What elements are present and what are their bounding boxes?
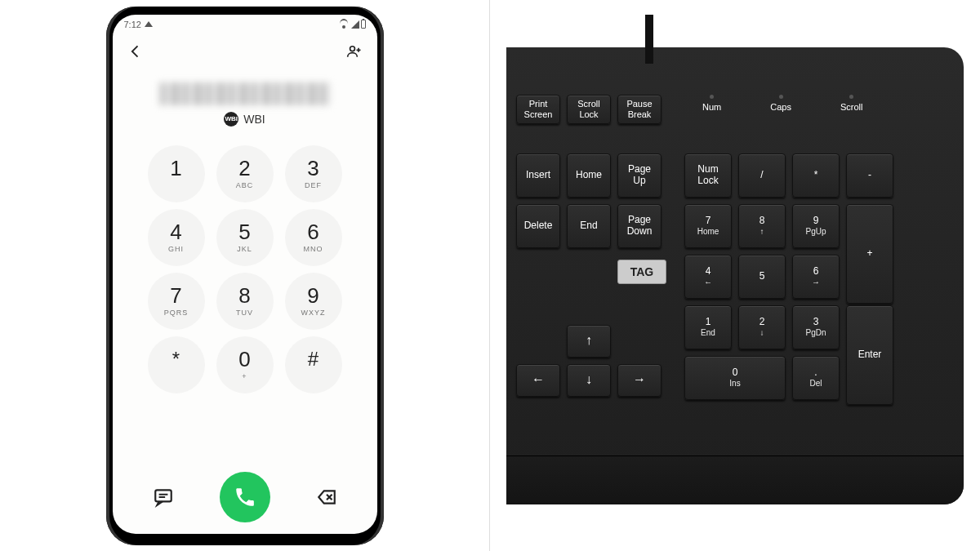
keypad-letters: ABC — [236, 181, 254, 189]
key-numpad-multiply[interactable]: * — [792, 153, 840, 198]
phone-frame: 7:12 WBI — [106, 7, 384, 545]
dialed-number-area: WBI WBI — [113, 72, 377, 137]
key-pageup[interactable]: PageUp — [617, 153, 662, 198]
status-time: 7:12 — [124, 20, 141, 29]
navigation-key-cluster: InsertHomePageUpDeleteEndPageDown — [516, 153, 662, 248]
keypad-letters: WXYZ — [301, 309, 326, 317]
keypad-button-3[interactable]: 3DEF — [285, 145, 342, 202]
keyboard-panel: PrintScreenScrollLockPauseBreak NumCapsS… — [490, 0, 980, 551]
keypad-digit: 2 — [238, 158, 250, 179]
keypad-digit: 9 — [307, 285, 318, 306]
key-numpad-1[interactable]: 1End — [684, 305, 732, 349]
keypad-letters: DEF — [305, 181, 322, 189]
back-icon[interactable] — [127, 43, 144, 63]
keypad-button-6[interactable]: 6MNO — [285, 209, 342, 266]
backspace-icon[interactable] — [316, 487, 337, 508]
key-numpad-decimal[interactable]: .Del — [792, 356, 840, 400]
key-numpad-6[interactable]: 6→ — [792, 255, 840, 299]
key-numlock[interactable]: NumLock — [684, 153, 732, 198]
keypad-digit: 1 — [170, 158, 181, 179]
keypad-button-8[interactable]: 8TUV — [216, 273, 274, 330]
top-action-bar — [113, 34, 377, 72]
key-numpad-divide[interactable]: / — [738, 153, 786, 198]
led-scroll: Scroll — [840, 95, 863, 112]
function-key-row: PrintScreenScrollLockPauseBreak — [516, 95, 662, 124]
keypad-button-7[interactable]: 7PQRS — [148, 273, 205, 330]
arrow-left-key[interactable]: ← — [516, 364, 560, 397]
keypad-digit: 6 — [307, 221, 318, 242]
keypad-button-#[interactable]: # — [285, 336, 342, 393]
key-insert[interactable]: Insert — [516, 153, 560, 198]
keypad-button-5[interactable]: 5JKL — [216, 209, 274, 266]
key-numpad-enter[interactable]: Enter — [846, 305, 893, 405]
led-dot-icon — [710, 95, 714, 99]
arrow-key-cluster: ↑ ← ↓ → — [516, 325, 662, 397]
keypad: 12ABC3DEF4GHI5JKL6MNO7PQRS8TUV9WXYZ*0+# — [113, 137, 377, 460]
keypad-digit: 3 — [307, 158, 318, 179]
keypad-letters: MNO — [304, 245, 323, 253]
svg-point-0 — [350, 46, 354, 51]
keypad-digit: 5 — [238, 221, 250, 242]
phone-panel: 7:12 WBI — [0, 0, 490, 551]
call-button[interactable] — [220, 472, 270, 522]
contact-badge-icon: WBI — [224, 112, 238, 127]
key-home[interactable]: Home — [567, 153, 611, 198]
led-dot-icon — [779, 95, 783, 99]
arrow-up-key[interactable]: ↑ — [567, 325, 611, 358]
add-contact-icon[interactable] — [346, 43, 363, 63]
contact-label: WBI — [243, 113, 265, 126]
keypad-button-4[interactable]: 4GHI — [148, 209, 205, 266]
keypad-digit: 4 — [170, 221, 181, 242]
keypad-button-2[interactable]: 2ABC — [216, 145, 274, 202]
key-print[interactable]: PrintScreen — [516, 95, 560, 124]
key-end[interactable]: End — [567, 204, 611, 248]
phone-screen: 7:12 WBI — [113, 15, 377, 534]
wifi-icon — [340, 20, 350, 29]
keypad-digit: 7 — [170, 285, 181, 306]
key-numpad-0[interactable]: 0Ins — [684, 356, 786, 400]
keypad-button-0[interactable]: 0+ — [216, 336, 274, 393]
led-dot-icon — [849, 95, 853, 99]
key-delete[interactable]: Delete — [516, 204, 560, 248]
keypad-digit: 8 — [238, 285, 250, 306]
key-numpad-9[interactable]: 9PgUp — [792, 204, 840, 248]
key-numpad-2[interactable]: 2↓ — [738, 305, 786, 349]
arrow-down-key[interactable]: ↓ — [567, 364, 611, 397]
key-pause[interactable]: PauseBreak — [617, 95, 662, 124]
key-pagedown[interactable]: PageDown — [617, 204, 662, 248]
key-numpad-3[interactable]: 3PgDn — [792, 305, 840, 349]
brand-badge: TAG — [617, 260, 666, 284]
keypad-letters: + — [242, 372, 247, 380]
key-numpad-8[interactable]: 8↑ — [738, 204, 786, 248]
key-numpad-add[interactable]: + — [846, 204, 893, 304]
battery-icon — [361, 20, 366, 29]
led-indicator-area: NumCapsScroll — [702, 95, 915, 112]
keypad-button-9[interactable]: 9WXYZ — [285, 273, 342, 330]
keypad-button-*[interactable]: * — [148, 336, 205, 393]
message-icon[interactable] — [153, 487, 174, 508]
signal-icon — [351, 20, 359, 29]
key-numpad-subtract[interactable]: - — [846, 153, 893, 198]
keypad-digit: * — [172, 349, 180, 369]
contact-suggestion[interactable]: WBI WBI — [224, 112, 265, 127]
keyboard: PrintScreenScrollLockPauseBreak NumCapsS… — [506, 47, 964, 504]
keyboard-wrist-rest — [506, 455, 964, 504]
keypad-letters: JKL — [237, 245, 252, 253]
dialer-bottom-actions — [113, 460, 377, 534]
keypad-letters: TUV — [236, 309, 253, 317]
notification-icon — [145, 21, 153, 27]
status-bar: 7:12 — [113, 15, 377, 34]
keypad-letters: GHI — [168, 245, 184, 253]
keypad-letters: PQRS — [164, 309, 189, 317]
keypad-digit: # — [308, 349, 318, 369]
keypad-button-1[interactable]: 1 — [148, 145, 205, 202]
key-scroll[interactable]: ScrollLock — [567, 95, 611, 124]
key-numpad-4[interactable]: 4← — [684, 255, 732, 299]
numpad: NumLock/*-7Home8↑9PgUp+4←56→1End2↓3PgDnE… — [684, 153, 893, 400]
dialed-number-blurred — [159, 82, 331, 105]
key-numpad-5[interactable]: 5 — [738, 255, 786, 299]
arrow-right-key[interactable]: → — [617, 364, 662, 397]
key-numpad-7[interactable]: 7Home — [684, 204, 732, 248]
keypad-digit: 0 — [238, 349, 250, 370]
svg-rect-1 — [155, 490, 172, 501]
